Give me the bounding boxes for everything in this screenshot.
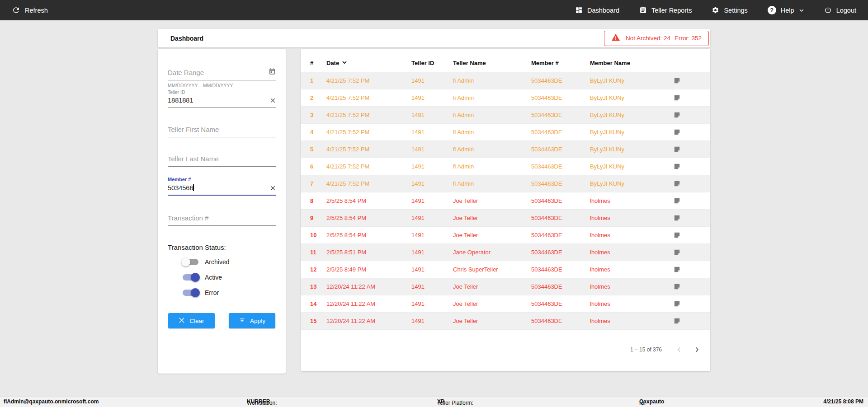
col-date[interactable]: Date	[326, 59, 411, 67]
teller-first-name-field[interactable]: Teller First Name	[168, 126, 276, 137]
table-row[interactable]: 14/21/25 7:52 PM1491fi Admin5034463DEByL…	[301, 72, 710, 89]
note-icon[interactable]	[673, 214, 681, 222]
col-teller-id[interactable]: Teller ID	[411, 60, 453, 66]
cell-member-number: 5034463DE	[531, 146, 590, 153]
active-toggle[interactable]	[183, 274, 198, 281]
cell-teller-name: Chris SuperTeller	[453, 266, 531, 273]
table-row[interactable]: 1512/20/24 11:22 AM1491Joe Teller5034463…	[301, 313, 710, 330]
cell-date: 4/21/25 7:52 PM	[326, 180, 411, 187]
clipboard-icon	[639, 6, 647, 14]
note-icon[interactable]	[673, 128, 681, 136]
calendar-icon[interactable]	[269, 68, 276, 77]
note-icon[interactable]	[673, 145, 681, 153]
nav-logout[interactable]: Logout	[824, 6, 856, 14]
cell-teller-id: 1491	[411, 146, 453, 153]
member-number-field[interactable]: Member # 5034566	[168, 177, 276, 196]
table-row[interactable]: 74/21/25 7:52 PM1491fi Admin5034463DEByL…	[301, 175, 710, 192]
note-icon[interactable]	[673, 163, 681, 170]
note-icon[interactable]	[673, 197, 681, 205]
note-icon[interactable]	[673, 231, 681, 239]
table-row[interactable]: 1412/20/24 11:22 AM1491Joe Teller5034463…	[301, 295, 710, 313]
cell-member-number: 5034463DE	[531, 215, 590, 221]
cell-teller-id: 1491	[411, 300, 453, 307]
table-row[interactable]: 82/5/25 8:54 PM1491Joe Teller5034463DElh…	[301, 192, 710, 210]
teller-id-field[interactable]: Teller ID 1881881	[168, 89, 276, 108]
cell-teller-name: fi Admin	[453, 146, 531, 153]
col-member-name[interactable]: Member Name	[590, 60, 673, 66]
teller-last-name-field[interactable]: Teller Last Name	[168, 155, 276, 167]
nav-logout-label: Logout	[836, 7, 856, 14]
nav-dashboard-label: Dashboard	[587, 7, 619, 14]
row-number: 5	[310, 146, 326, 153]
col-member-number[interactable]: Member #	[531, 60, 590, 66]
cell-member-name: lholmes	[590, 215, 673, 221]
nav-settings-label: Settings	[724, 7, 747, 14]
toggle-row-archived: Archived	[183, 258, 276, 266]
note-icon[interactable]	[673, 111, 681, 119]
table-row[interactable]: 54/21/25 7:52 PM1491fi Admin5034463DEByL…	[301, 141, 710, 158]
status-bar: fiAdmin@qaxpauto.onmicrosoft.com Worksta…	[0, 397, 868, 407]
cell-date: 4/21/25 7:52 PM	[326, 77, 411, 84]
cell-member-name: lholmes	[590, 318, 673, 324]
date-range-field[interactable]: Date Range MM/DD/YYYY – MM/DD/YYYY	[168, 68, 276, 88]
transaction-number-field[interactable]: Transaction #	[168, 214, 276, 226]
note-icon[interactable]	[673, 266, 681, 273]
clear-teller-id-icon[interactable]	[270, 98, 276, 103]
table-row[interactable]: 92/5/25 8:54 PM1491Joe Teller5034463DElh…	[301, 210, 710, 227]
cell-date: 2/5/25 8:51 PM	[326, 249, 411, 256]
cell-member-name: ByLyJI KUNy	[590, 146, 673, 153]
member-number-value[interactable]: 5034566	[168, 184, 194, 192]
table-row[interactable]: 102/5/25 8:54 PM1491Joe Teller5034463DEl…	[301, 227, 710, 244]
nav-settings[interactable]: Settings	[712, 6, 747, 14]
table-row[interactable]: 44/21/25 7:52 PM1491fi Admin5034463DEByL…	[301, 124, 710, 141]
note-icon[interactable]	[673, 180, 681, 187]
cell-teller-id: 1491	[411, 232, 453, 239]
next-page-icon[interactable]	[693, 346, 701, 353]
toggle-row-active: Active	[183, 274, 276, 281]
refresh-button[interactable]: Refresh	[12, 6, 48, 14]
note-icon[interactable]	[673, 300, 681, 308]
nav-help[interactable]: ? Help	[768, 6, 804, 14]
cell-member-number: 5034463DE	[531, 232, 590, 239]
note-icon[interactable]	[673, 94, 681, 102]
archived-toggle[interactable]	[183, 259, 198, 265]
note-icon[interactable]	[673, 77, 681, 84]
teller-last-name-placeholder: Teller Last Name	[168, 155, 219, 163]
note-icon[interactable]	[673, 317, 681, 325]
cell-date: 4/21/25 7:52 PM	[326, 163, 411, 170]
table-row[interactable]: 1312/20/24 11:22 AM1491Joe Teller5034463…	[301, 278, 710, 295]
cell-date: 4/21/25 7:52 PM	[326, 112, 411, 118]
alert-badge[interactable]: Not Archived: 24 Error: 352	[604, 31, 709, 46]
table-row[interactable]: 24/21/25 7:52 PM1491fi Admin5034463DEByL…	[301, 89, 710, 107]
row-number: 11	[310, 249, 326, 256]
cell-teller-id: 1491	[411, 283, 453, 290]
cell-member-name: lholmes	[590, 266, 673, 273]
clear-button[interactable]: Clear	[168, 313, 215, 328]
col-teller-name[interactable]: Teller Name	[453, 60, 531, 66]
cell-member-number: 5034463DE	[531, 300, 590, 307]
cell-teller-name: Joe Teller	[453, 197, 531, 204]
table-row[interactable]: 34/21/25 7:52 PM1491fi Admin5034463DEByL…	[301, 107, 710, 124]
error-toggle[interactable]	[183, 290, 198, 296]
table-row[interactable]: 112/5/25 8:51 PM1491Jane Operator5034463…	[301, 244, 710, 261]
apply-button[interactable]: Apply	[229, 313, 275, 328]
cell-teller-name: Joe Teller	[453, 215, 531, 221]
cell-member-name: ByLyJI KUNy	[590, 94, 673, 101]
cell-member-name: lholmes	[590, 283, 673, 290]
clear-member-number-icon[interactable]	[270, 185, 276, 191]
note-icon[interactable]	[673, 283, 681, 290]
cell-date: 2/5/25 8:49 PM	[326, 266, 411, 273]
table-row[interactable]: 122/5/25 8:49 PM1491Chris SuperTeller503…	[301, 261, 710, 278]
row-number: 9	[310, 215, 326, 221]
row-number: 2	[310, 94, 326, 101]
nav-dashboard[interactable]: Dashboard	[575, 6, 619, 14]
nav-help-label: Help	[781, 7, 794, 14]
table-row[interactable]: 64/21/25 7:52 PM1491fi Admin5034463DEByL…	[301, 158, 710, 175]
teller-id-value[interactable]: 1881881	[168, 97, 193, 104]
cell-teller-name: fi Admin	[453, 129, 531, 136]
note-icon[interactable]	[673, 248, 681, 256]
cell-date: 12/20/24 11:22 AM	[326, 283, 411, 290]
nav-teller-reports[interactable]: Teller Reports	[639, 6, 692, 14]
cell-member-number: 5034463DE	[531, 112, 590, 118]
prev-page-icon[interactable]	[675, 346, 683, 353]
